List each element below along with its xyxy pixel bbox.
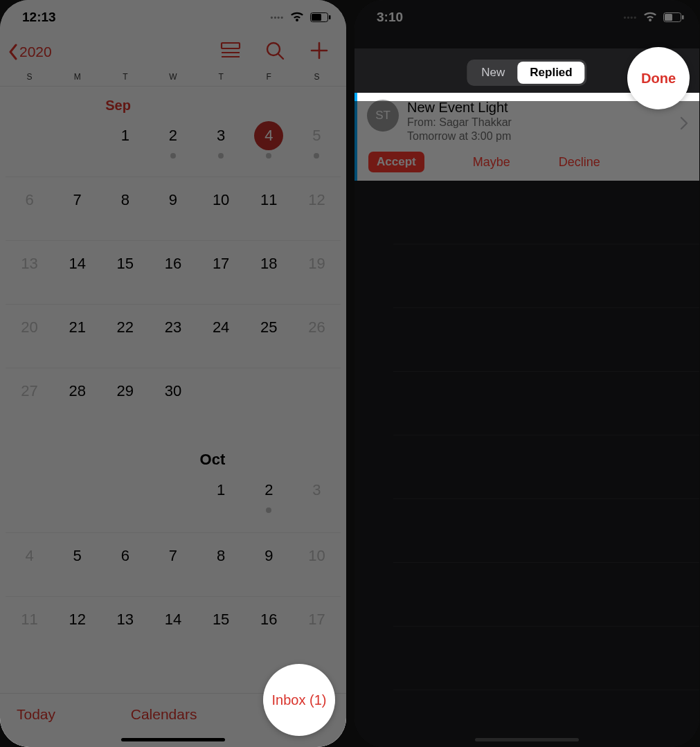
day-of-week-header: SMTWTFS bbox=[0, 69, 346, 87]
calendar-day[interactable]: 3 bbox=[197, 113, 245, 177]
search-icon[interactable] bbox=[264, 40, 285, 64]
calendar-day[interactable]: 4 bbox=[6, 532, 53, 596]
month-grid-container[interactable]: Sep1234567891011121314151617181920212223… bbox=[0, 87, 346, 660]
segment-new[interactable]: New bbox=[469, 62, 517, 84]
done-button[interactable]: Done bbox=[627, 47, 690, 109]
calendar-day[interactable]: 14 bbox=[53, 240, 101, 304]
inbox-label: Inbox (1) bbox=[272, 692, 327, 708]
calendar-day[interactable]: 17 bbox=[293, 596, 341, 660]
cellular-dots-icon: •••• bbox=[624, 13, 637, 21]
calendar-day[interactable]: 10 bbox=[197, 177, 245, 240]
calendar-day[interactable]: 15 bbox=[197, 596, 245, 660]
calendar-day[interactable]: 8 bbox=[197, 532, 245, 596]
calendar-day[interactable]: 3 bbox=[293, 469, 341, 532]
calendar-day[interactable]: 14 bbox=[149, 596, 197, 660]
calendar-day[interactable]: 9 bbox=[149, 177, 197, 240]
back-year-button[interactable]: 2020 bbox=[8, 44, 52, 60]
calendar-day[interactable]: 6 bbox=[6, 177, 53, 240]
calendar-day[interactable]: Oct1 bbox=[197, 469, 245, 532]
add-event-icon[interactable] bbox=[309, 40, 330, 64]
svg-line-7 bbox=[278, 54, 283, 59]
calendar-day[interactable]: 16 bbox=[245, 596, 293, 660]
calendar-day[interactable] bbox=[53, 113, 101, 177]
invite-from: From: Sagar Thakkar bbox=[407, 116, 512, 129]
calendar-day[interactable]: 16 bbox=[149, 240, 197, 304]
calendar-day[interactable]: 5 bbox=[53, 532, 101, 596]
home-indicator[interactable] bbox=[121, 738, 225, 741]
calendars-button[interactable]: Calendars bbox=[131, 706, 197, 723]
segment-replied[interactable]: Replied bbox=[517, 62, 584, 84]
status-bar: 12:13 •••• bbox=[0, 0, 346, 30]
calendar-day[interactable]: 11 bbox=[245, 177, 293, 240]
calendar-day[interactable]: 27 bbox=[6, 368, 53, 431]
status-time: 3:10 bbox=[377, 10, 403, 25]
calendar-day[interactable]: 22 bbox=[101, 304, 149, 368]
list-view-icon[interactable] bbox=[220, 40, 241, 64]
inbox-segment-control[interactable]: New Replied bbox=[467, 60, 586, 86]
calendar-day[interactable]: 29 bbox=[101, 368, 149, 431]
calendar-day[interactable]: 5 bbox=[293, 113, 341, 177]
calendar-day[interactable]: 2 bbox=[149, 113, 197, 177]
calendar-day[interactable]: 13 bbox=[6, 240, 53, 304]
calendar-day[interactable]: 26 bbox=[293, 304, 341, 368]
calendar-day[interactable]: 12 bbox=[53, 596, 101, 660]
decline-button[interactable]: Decline bbox=[559, 155, 600, 170]
status-time: 12:13 bbox=[22, 10, 56, 25]
calendar-day[interactable]: 4 bbox=[245, 113, 293, 177]
calendar-day[interactable]: 13 bbox=[101, 596, 149, 660]
chevron-left-icon bbox=[8, 44, 18, 60]
cellular-dots-icon: •••• bbox=[271, 13, 284, 21]
calendar-day[interactable] bbox=[6, 469, 53, 532]
calendar-day[interactable] bbox=[149, 469, 197, 532]
calendar-day[interactable]: Sep1 bbox=[101, 113, 149, 177]
svg-rect-12 bbox=[682, 15, 684, 19]
calendar-day[interactable]: 17 bbox=[197, 240, 245, 304]
accept-button[interactable]: Accept bbox=[368, 152, 424, 172]
status-bar: 3:10 •••• bbox=[355, 0, 699, 30]
calendar-day[interactable]: 24 bbox=[197, 304, 245, 368]
calendar-day[interactable]: 25 bbox=[245, 304, 293, 368]
calendar-day[interactable]: 2 bbox=[245, 469, 293, 532]
calendar-day[interactable] bbox=[293, 368, 341, 431]
calendar-inbox-screen: 3:10 •••• New Replied ST New Event Light… bbox=[355, 0, 699, 747]
calendar-day[interactable]: 10 bbox=[293, 532, 341, 596]
calendar-day[interactable]: 11 bbox=[6, 596, 53, 660]
calendar-day[interactable]: 21 bbox=[53, 304, 101, 368]
inbox-button[interactable]: Inbox (1) bbox=[263, 664, 335, 736]
calendar-day[interactable]: 19 bbox=[293, 240, 341, 304]
svg-rect-1 bbox=[312, 14, 321, 21]
avatar: ST bbox=[367, 100, 399, 132]
calendar-day[interactable]: 12 bbox=[293, 177, 341, 240]
calendar-day[interactable]: 15 bbox=[101, 240, 149, 304]
calendar-day[interactable]: 20 bbox=[6, 304, 53, 368]
svg-rect-2 bbox=[329, 15, 331, 19]
invite-when: Tomorrow at 3:00 pm bbox=[407, 129, 512, 143]
calendar-day[interactable]: 9 bbox=[245, 532, 293, 596]
chevron-right-icon bbox=[680, 116, 688, 133]
calendar-day[interactable]: 23 bbox=[149, 304, 197, 368]
calendar-day[interactable]: 6 bbox=[101, 532, 149, 596]
today-button[interactable]: Today bbox=[17, 706, 55, 723]
home-indicator[interactable] bbox=[475, 738, 579, 741]
calendar-day[interactable]: 8 bbox=[101, 177, 149, 240]
wifi-icon bbox=[643, 12, 658, 23]
calendar-day[interactable] bbox=[6, 113, 53, 177]
back-year-label: 2020 bbox=[19, 44, 52, 60]
svg-rect-3 bbox=[222, 43, 240, 48]
battery-icon bbox=[663, 12, 684, 22]
calendar-day[interactable] bbox=[197, 368, 245, 431]
done-label: Done bbox=[641, 71, 676, 87]
calendar-day[interactable]: 18 bbox=[245, 240, 293, 304]
calendar-day[interactable] bbox=[53, 469, 101, 532]
nav-bar: 2020 bbox=[0, 30, 346, 69]
battery-icon bbox=[310, 12, 331, 22]
background-day-list bbox=[355, 181, 699, 690]
maybe-button[interactable]: Maybe bbox=[473, 155, 510, 170]
calendar-day[interactable] bbox=[245, 368, 293, 431]
calendar-day[interactable]: 7 bbox=[53, 177, 101, 240]
calendar-day[interactable]: 7 bbox=[149, 532, 197, 596]
calendar-day[interactable]: 28 bbox=[53, 368, 101, 431]
calendar-day[interactable]: 30 bbox=[149, 368, 197, 431]
wifi-icon bbox=[289, 12, 305, 23]
calendar-day[interactable] bbox=[101, 469, 149, 532]
